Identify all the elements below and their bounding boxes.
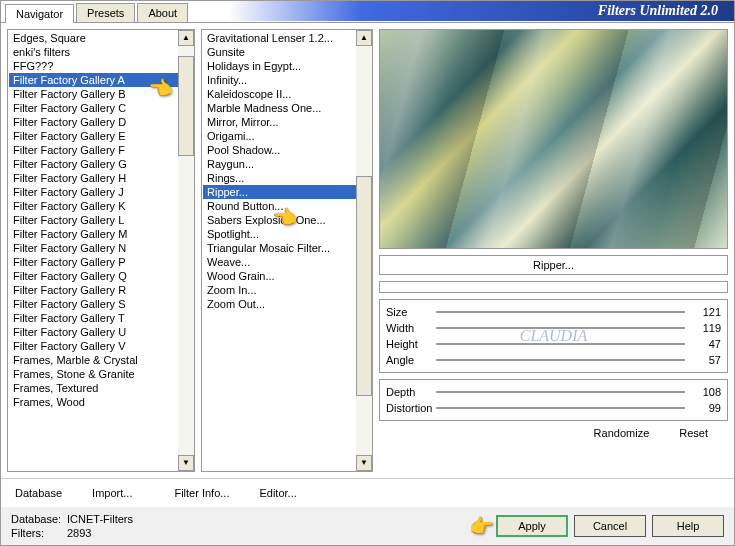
list-item[interactable]: Filter Factory Gallery H bbox=[9, 171, 178, 185]
list-item[interactable]: enki's filters bbox=[9, 45, 178, 59]
scroll-track[interactable] bbox=[356, 46, 372, 455]
list-item[interactable]: Weave... bbox=[203, 255, 356, 269]
list-item[interactable]: Frames, Stone & Granite bbox=[9, 367, 178, 381]
filter-info-button[interactable]: Filter Info... bbox=[174, 487, 229, 499]
list-item[interactable]: Rings... bbox=[203, 171, 356, 185]
scroll-down-icon[interactable]: ▼ bbox=[178, 455, 194, 471]
progress-bar bbox=[379, 281, 728, 293]
list-item[interactable]: Zoom Out... bbox=[203, 297, 356, 311]
list-item[interactable]: Zoom In... bbox=[203, 283, 356, 297]
slider-value: 99 bbox=[691, 402, 721, 414]
tab-about[interactable]: About bbox=[137, 3, 188, 22]
scroll-track[interactable] bbox=[178, 46, 194, 455]
slider-value: 47 bbox=[691, 338, 721, 350]
slider-label: Size bbox=[386, 306, 430, 318]
db-value: ICNET-Filters bbox=[67, 513, 133, 525]
slider-label: Distortion bbox=[386, 402, 430, 414]
tab-navigator[interactable]: Navigator bbox=[5, 4, 74, 23]
list-item[interactable]: Filter Factory Gallery J bbox=[9, 185, 178, 199]
import-button[interactable]: Import... bbox=[92, 487, 132, 499]
list-item[interactable]: Spotlight... bbox=[203, 227, 356, 241]
list-item[interactable]: Filter Factory Gallery C bbox=[9, 101, 178, 115]
list-item[interactable]: Sabers Explosion One... bbox=[203, 213, 356, 227]
list-item[interactable]: Holidays in Egypt... bbox=[203, 59, 356, 73]
slider-label: Width bbox=[386, 322, 430, 334]
scroll-thumb[interactable] bbox=[356, 176, 372, 396]
list-item[interactable]: Filter Factory Gallery Q bbox=[9, 269, 178, 283]
slider-row: Angle57 bbox=[386, 352, 721, 368]
apply-button[interactable]: Apply bbox=[496, 515, 568, 537]
list-item[interactable]: Filter Factory Gallery S bbox=[9, 297, 178, 311]
footer: Database:ICNET-Filters Filters:2893 👉 Ap… bbox=[1, 507, 734, 545]
list-item[interactable]: Mirror, Mirror... bbox=[203, 115, 356, 129]
scroll-up-icon[interactable]: ▲ bbox=[356, 30, 372, 46]
help-button[interactable]: Help bbox=[652, 515, 724, 537]
header: Navigator Presets About Filters Unlimite… bbox=[1, 1, 734, 23]
database-button[interactable]: Database bbox=[15, 487, 62, 499]
scroll-up-icon[interactable]: ▲ bbox=[178, 30, 194, 46]
scroll-thumb[interactable] bbox=[178, 56, 194, 156]
list-item[interactable]: Round Button... bbox=[203, 199, 356, 213]
cancel-button[interactable]: Cancel bbox=[574, 515, 646, 537]
list-item[interactable]: Frames, Marble & Crystal bbox=[9, 353, 178, 367]
bottom-bar: Database Import... Filter Info... Editor… bbox=[1, 478, 734, 507]
slider-value: 108 bbox=[691, 386, 721, 398]
db-label: Database: bbox=[11, 513, 67, 525]
scroll-down-icon[interactable]: ▼ bbox=[356, 455, 372, 471]
list-item[interactable]: Filter Factory Gallery A bbox=[9, 73, 178, 87]
list-item[interactable]: Origami... bbox=[203, 129, 356, 143]
list-item[interactable]: Marble Madness One... bbox=[203, 101, 356, 115]
preview-image bbox=[379, 29, 728, 249]
list-item[interactable]: Wood Grain... bbox=[203, 269, 356, 283]
list-item[interactable]: Filter Factory Gallery F bbox=[9, 143, 178, 157]
list-item[interactable]: Infinity... bbox=[203, 73, 356, 87]
slider-row: Height47 bbox=[386, 336, 721, 352]
list-item[interactable]: Filter Factory Gallery B bbox=[9, 87, 178, 101]
list-item[interactable]: Filter Factory Gallery D bbox=[9, 115, 178, 129]
reset-button[interactable]: Reset bbox=[679, 427, 708, 439]
tabs: Navigator Presets About bbox=[1, 3, 190, 22]
list-item[interactable]: Filter Factory Gallery M bbox=[9, 227, 178, 241]
list-item[interactable]: Triangular Mosaic Filter... bbox=[203, 241, 356, 255]
filters-label: Filters: bbox=[11, 527, 67, 539]
list-item[interactable]: Frames, Textured bbox=[9, 381, 178, 395]
scrollbar-left[interactable]: ▲ ▼ bbox=[178, 30, 194, 471]
list-item[interactable]: FFG??? bbox=[9, 59, 178, 73]
list-item[interactable]: Ripper... bbox=[203, 185, 356, 199]
scrollbar-mid[interactable]: ▲ ▼ bbox=[356, 30, 372, 471]
list-item[interactable]: Filter Factory Gallery P bbox=[9, 255, 178, 269]
list-item[interactable]: Gravitational Lenser 1.2... bbox=[203, 31, 356, 45]
slider-track[interactable] bbox=[436, 407, 685, 409]
randomize-button[interactable]: Randomize bbox=[594, 427, 650, 439]
list-item[interactable]: Raygun... bbox=[203, 157, 356, 171]
slider-track[interactable] bbox=[436, 311, 685, 313]
bottom-mid-buttons: Filter Info... Editor... bbox=[166, 483, 304, 503]
right-buttons: Randomize Reset bbox=[379, 421, 728, 441]
slider-track[interactable] bbox=[436, 359, 685, 361]
list-item[interactable]: Edges, Square bbox=[9, 31, 178, 45]
list-item[interactable]: Kaleidoscope II... bbox=[203, 87, 356, 101]
editor-button[interactable]: Editor... bbox=[259, 487, 296, 499]
list-item[interactable]: Filter Factory Gallery U bbox=[9, 325, 178, 339]
list-item[interactable]: Filter Factory Gallery G bbox=[9, 157, 178, 171]
list-item[interactable]: Frames, Wood bbox=[9, 395, 178, 409]
filter-list[interactable]: Gravitational Lenser 1.2...GunsiteHolida… bbox=[202, 30, 372, 471]
list-item[interactable]: Filter Factory Gallery K bbox=[9, 199, 178, 213]
current-filter-name: Ripper... bbox=[379, 255, 728, 275]
list-item[interactable]: Gunsite bbox=[203, 45, 356, 59]
list-item[interactable]: Filter Factory Gallery L bbox=[9, 213, 178, 227]
slider-row: Size121 bbox=[386, 304, 721, 320]
slider-label: Angle bbox=[386, 354, 430, 366]
list-item[interactable]: Filter Factory Gallery T bbox=[9, 311, 178, 325]
list-item[interactable]: Filter Factory Gallery V bbox=[9, 339, 178, 353]
list-item[interactable]: Filter Factory Gallery R bbox=[9, 283, 178, 297]
list-item[interactable]: Filter Factory Gallery N bbox=[9, 241, 178, 255]
slider-track[interactable] bbox=[436, 391, 685, 393]
slider-value: 119 bbox=[691, 322, 721, 334]
list-item[interactable]: Pool Shadow... bbox=[203, 143, 356, 157]
category-list[interactable]: Edges, Squareenki's filtersFFG???Filter … bbox=[8, 30, 194, 471]
slider-track[interactable] bbox=[436, 327, 685, 329]
slider-track[interactable] bbox=[436, 343, 685, 345]
list-item[interactable]: Filter Factory Gallery E bbox=[9, 129, 178, 143]
tab-presets[interactable]: Presets bbox=[76, 3, 135, 22]
